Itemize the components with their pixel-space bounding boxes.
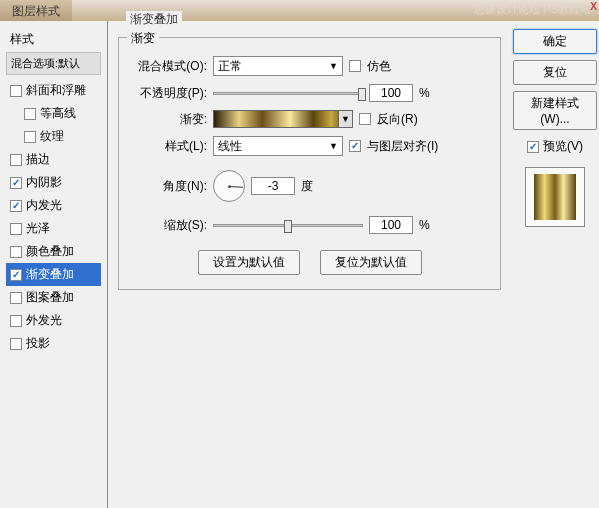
reset-default-button[interactable]: 复位为默认值 xyxy=(320,250,422,275)
fieldset-legend: 渐变 xyxy=(127,30,159,47)
blend-mode-dropdown[interactable]: 正常 ▼ xyxy=(213,56,343,76)
opacity-label: 不透明度(P): xyxy=(131,85,207,102)
style-item-10[interactable]: 外发光 xyxy=(6,309,101,332)
layer-style-dialog: 样式 混合选项:默认 斜面和浮雕等高线纹理描边内阴影内发光光泽颜色叠加渐变叠加图… xyxy=(0,21,599,508)
style-label: 斜面和浮雕 xyxy=(26,82,86,99)
make-default-button[interactable]: 设置为默认值 xyxy=(198,250,300,275)
styles-header: 样式 xyxy=(6,29,101,50)
section-title: 渐变叠加 xyxy=(126,11,182,28)
align-checkbox[interactable] xyxy=(349,140,361,152)
settings-panel: 渐变叠加 渐变 混合模式(O): 正常 ▼ 仿色 不透明度(P): % 渐变: xyxy=(108,21,511,508)
dialog-title: 图层样式 xyxy=(0,0,72,21)
align-label: 与图层对齐(I) xyxy=(367,138,438,155)
angle-dial[interactable] xyxy=(213,170,245,202)
scale-input[interactable] xyxy=(369,216,413,234)
style-item-1[interactable]: 等高线 xyxy=(6,102,101,125)
angle-input[interactable] xyxy=(251,177,295,195)
cancel-button[interactable]: 复位 xyxy=(513,60,597,85)
style-checkbox[interactable] xyxy=(10,154,22,166)
opacity-slider[interactable] xyxy=(213,92,363,95)
chevron-down-icon[interactable]: ▼ xyxy=(338,111,352,127)
style-label: 内阴影 xyxy=(26,174,62,191)
gradient-picker[interactable]: ▼ xyxy=(213,110,353,128)
new-style-button[interactable]: 新建样式(W)... xyxy=(513,91,597,130)
gradient-fieldset: 渐变 混合模式(O): 正常 ▼ 仿色 不透明度(P): % 渐变: ▼ xyxy=(118,37,501,290)
style-label: 颜色叠加 xyxy=(26,243,74,260)
style-label: 光泽 xyxy=(26,220,50,237)
style-label: 渐变叠加 xyxy=(26,266,74,283)
ok-button[interactable]: 确定 xyxy=(513,29,597,54)
blend-mode-label: 混合模式(O): xyxy=(131,58,207,75)
style-label: 外发光 xyxy=(26,312,62,329)
style-dropdown[interactable]: 线性 ▼ xyxy=(213,136,343,156)
chevron-down-icon: ▼ xyxy=(329,61,338,71)
scale-unit: % xyxy=(419,218,430,232)
slider-thumb[interactable] xyxy=(284,220,292,233)
style-checkbox[interactable] xyxy=(24,131,36,143)
preview-swatch-box xyxy=(525,167,585,227)
styles-list-panel: 样式 混合选项:默认 斜面和浮雕等高线纹理描边内阴影内发光光泽颜色叠加渐变叠加图… xyxy=(0,21,108,508)
style-label: 样式(L): xyxy=(131,138,207,155)
style-item-3[interactable]: 描边 xyxy=(6,148,101,171)
style-item-5[interactable]: 内发光 xyxy=(6,194,101,217)
action-panel: 确定 复位 新建样式(W)... 预览(V) xyxy=(511,21,599,508)
reverse-label: 反向(R) xyxy=(377,111,418,128)
blend-mode-value: 正常 xyxy=(218,58,242,75)
style-label: 内发光 xyxy=(26,197,62,214)
slider-thumb[interactable] xyxy=(358,88,366,101)
dither-label: 仿色 xyxy=(367,58,391,75)
style-checkbox[interactable] xyxy=(10,315,22,327)
watermark-text: 思缘设计论坛 PS教程坛 xyxy=(474,2,591,17)
style-checkbox[interactable] xyxy=(10,338,22,350)
style-item-2[interactable]: 纹理 xyxy=(6,125,101,148)
style-item-0[interactable]: 斜面和浮雕 xyxy=(6,79,101,102)
style-label: 描边 xyxy=(26,151,50,168)
dither-checkbox[interactable] xyxy=(349,60,361,72)
style-label: 等高线 xyxy=(40,105,76,122)
style-label: 投影 xyxy=(26,335,50,352)
blending-options-row[interactable]: 混合选项:默认 xyxy=(6,52,101,75)
style-value: 线性 xyxy=(218,138,242,155)
gradient-label: 渐变: xyxy=(131,111,207,128)
style-checkbox[interactable] xyxy=(10,177,22,189)
style-item-9[interactable]: 图案叠加 xyxy=(6,286,101,309)
style-item-4[interactable]: 内阴影 xyxy=(6,171,101,194)
reverse-checkbox[interactable] xyxy=(359,113,371,125)
style-checkbox[interactable] xyxy=(10,85,22,97)
preview-swatch xyxy=(534,174,576,220)
style-label: 图案叠加 xyxy=(26,289,74,306)
style-checkbox[interactable] xyxy=(10,200,22,212)
style-checkbox[interactable] xyxy=(10,292,22,304)
style-checkbox[interactable] xyxy=(10,223,22,235)
style-checkbox[interactable] xyxy=(24,108,36,120)
style-item-11[interactable]: 投影 xyxy=(6,332,101,355)
style-checkbox[interactable] xyxy=(10,269,22,281)
preview-label: 预览(V) xyxy=(543,138,583,155)
style-item-6[interactable]: 光泽 xyxy=(6,217,101,240)
angle-unit: 度 xyxy=(301,178,313,195)
angle-label: 角度(N): xyxy=(131,178,207,195)
preview-checkbox[interactable] xyxy=(527,141,539,153)
opacity-input[interactable] xyxy=(369,84,413,102)
style-item-7[interactable]: 颜色叠加 xyxy=(6,240,101,263)
style-item-8[interactable]: 渐变叠加 xyxy=(6,263,101,286)
chevron-down-icon: ▼ xyxy=(329,141,338,151)
opacity-unit: % xyxy=(419,86,430,100)
close-icon: X xyxy=(590,1,597,12)
style-label: 纹理 xyxy=(40,128,64,145)
scale-label: 缩放(S): xyxy=(131,217,207,234)
style-checkbox[interactable] xyxy=(10,246,22,258)
scale-slider[interactable] xyxy=(213,224,363,227)
